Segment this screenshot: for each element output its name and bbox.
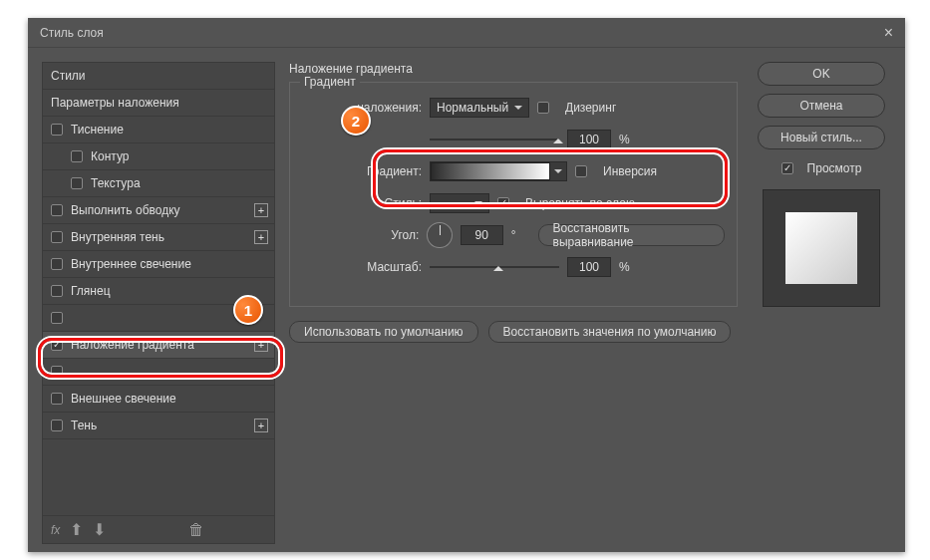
style-label: Стиль:	[302, 196, 422, 210]
style-item-label: Глянец	[71, 284, 111, 298]
fieldset-legend: Градиент	[300, 75, 360, 89]
dither-label: Дизеринг	[565, 101, 616, 115]
style-item-label: Текстура	[91, 176, 141, 190]
style-checkbox[interactable]	[51, 204, 63, 216]
style-item[interactable]: Внутренняя тень+	[43, 224, 274, 251]
style-item-label: Контур	[91, 149, 129, 163]
reset-default-button[interactable]: Восстановить значения по умолчанию	[488, 321, 732, 343]
angle-unit: °	[511, 228, 516, 242]
angle-label: Угол:	[302, 228, 419, 242]
scale-unit: %	[619, 260, 630, 274]
style-item[interactable]: Тиснение	[43, 117, 274, 143]
style-checkbox[interactable]	[51, 366, 63, 378]
opacity-unit: %	[619, 133, 630, 146]
gradient-label: Градиент:	[302, 164, 422, 178]
blending-options-row[interactable]: Параметры наложения	[43, 90, 274, 117]
plus-icon[interactable]: +	[254, 338, 268, 352]
style-item-label: Тиснение	[71, 123, 124, 137]
titlebar: Стиль слоя ×	[28, 18, 905, 48]
right-panel: OK Отмена Новый стиль... Просмотр	[752, 62, 891, 544]
align-checkbox[interactable]	[497, 197, 509, 209]
preview-box	[763, 189, 880, 307]
style-select[interactable]	[430, 193, 489, 213]
new-style-button[interactable]: Новый стиль...	[758, 126, 885, 149]
style-item[interactable]: Выполнить обводку+	[43, 197, 274, 224]
style-item[interactable]: Внутреннее свечение	[43, 251, 274, 278]
plus-icon[interactable]: +	[254, 203, 268, 217]
scale-slider[interactable]	[430, 264, 559, 270]
style-item[interactable]: Наложение градиента+	[43, 332, 274, 359]
style-item-label: Наложение градиента	[71, 338, 194, 352]
opacity-value[interactable]: 100	[567, 130, 611, 149]
preview-swatch	[785, 212, 857, 284]
angle-value[interactable]: 90	[461, 225, 503, 245]
style-item-label: Тень	[71, 419, 97, 432]
style-checkbox[interactable]	[71, 177, 83, 189]
dither-checkbox[interactable]	[537, 102, 549, 114]
style-checkbox[interactable]	[51, 285, 63, 297]
opacity-slider[interactable]	[430, 137, 559, 142]
callout-badge-2: 2	[341, 106, 371, 136]
layer-style-dialog: Стиль слоя × Стили Параметры наложения Т…	[28, 18, 905, 552]
angle-dial[interactable]	[427, 222, 452, 248]
style-item[interactable]: Внешнее свечение	[43, 386, 274, 413]
scale-label: Масштаб:	[302, 260, 422, 274]
reset-align-button[interactable]: Восстановить выравнивание	[538, 224, 725, 246]
preview-checkbox[interactable]	[781, 162, 793, 174]
style-checkbox[interactable]	[51, 124, 63, 136]
panel-title: Наложение градиента	[289, 62, 738, 76]
style-checkbox[interactable]	[51, 258, 63, 270]
styles-header[interactable]: Стили	[43, 63, 274, 90]
reverse-label: Инверсия	[603, 164, 657, 178]
ok-button[interactable]: OK	[758, 62, 885, 86]
dialog-body: Стили Параметры наложения ТиснениеКонтур…	[28, 48, 905, 552]
scale-value[interactable]: 100	[567, 257, 611, 277]
style-checkbox[interactable]	[51, 312, 63, 324]
style-checkbox[interactable]	[51, 339, 63, 351]
trash-icon[interactable]: 🗑	[127, 521, 266, 539]
preview-label: Просмотр	[807, 161, 862, 175]
make-default-button[interactable]: Использовать по умолчанию	[289, 321, 478, 343]
gradient-picker[interactable]	[430, 161, 567, 181]
style-checkbox[interactable]	[51, 393, 63, 405]
arrow-down-icon[interactable]: ⬇	[93, 520, 106, 539]
align-label: Выровнять по слою	[525, 196, 635, 210]
style-item[interactable]: Текстура	[43, 170, 274, 197]
window-title: Стиль слоя	[40, 26, 104, 40]
style-item[interactable]	[43, 359, 274, 386]
cancel-button[interactable]: Отмена	[758, 94, 885, 118]
style-item[interactable]: Тень+	[43, 413, 274, 439]
style-checkbox[interactable]	[51, 420, 63, 431]
arrow-up-icon[interactable]: ⬆	[70, 520, 83, 539]
style-checkbox[interactable]	[71, 150, 83, 162]
style-item-label: Выполнить обводку	[71, 203, 180, 217]
plus-icon[interactable]: +	[254, 419, 268, 432]
style-checkbox[interactable]	[51, 231, 63, 243]
style-item-label: Внутреннее свечение	[71, 257, 191, 271]
reverse-checkbox[interactable]	[575, 165, 587, 177]
blendmode-select[interactable]: Нормальный	[430, 98, 529, 118]
style-item-label: Внешнее свечение	[71, 392, 176, 406]
style-item[interactable]: Контур	[43, 143, 274, 170]
callout-badge-1: 1	[233, 295, 263, 325]
styles-footer: fx ⬆ ⬇ 🗑	[43, 515, 274, 543]
style-item-label: Внутренняя тень	[71, 230, 164, 244]
close-icon[interactable]: ×	[884, 24, 893, 42]
fx-icon[interactable]: fx	[51, 523, 60, 537]
plus-icon[interactable]: +	[254, 230, 268, 244]
